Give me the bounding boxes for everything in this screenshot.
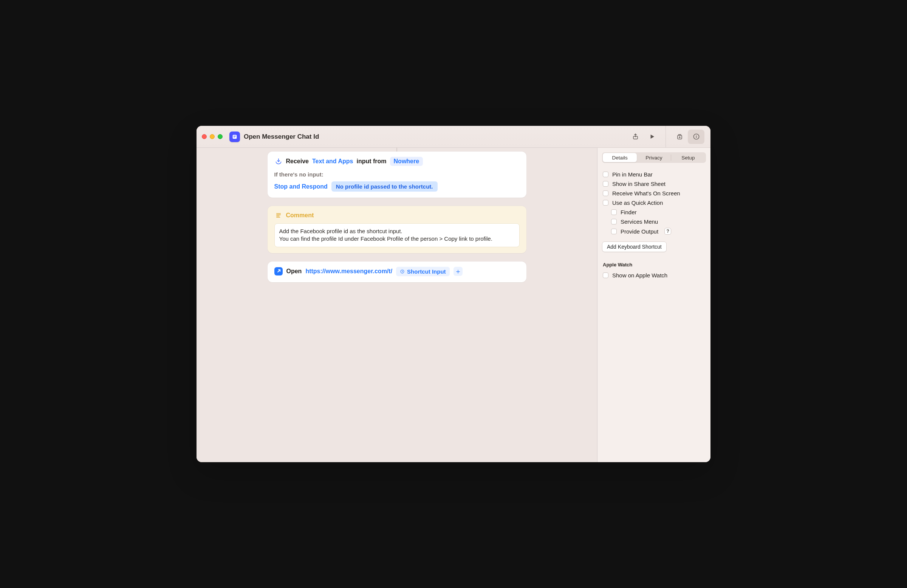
action-open-url[interactable]: Open https://www.messenger.com/t/ Shortc… [268, 261, 526, 282]
check-share-sheet[interactable]: Show in Share Sheet [602, 179, 706, 189]
checkbox[interactable] [611, 219, 617, 224]
check-label: Provide Output [620, 228, 658, 235]
receive-source-token[interactable]: Nowhere [390, 157, 423, 166]
share-button[interactable] [627, 130, 644, 144]
open-url-icon [274, 267, 283, 276]
comment-text[interactable]: Add the Facebook profile id as the short… [274, 223, 520, 247]
open-url-variable-label: Shortcut Input [407, 268, 445, 275]
comment-title: Comment [286, 212, 314, 219]
receive-verb: Receive [286, 158, 309, 165]
checkbox[interactable] [603, 191, 609, 196]
action-receive-input[interactable]: Receive Text and Apps input from Nowhere… [268, 152, 526, 198]
inspector-button[interactable] [688, 130, 704, 144]
check-services-menu[interactable]: Services Menu [602, 217, 706, 226]
editor-body: Receive Text and Apps input from Nowhere… [197, 148, 710, 462]
close-window-button[interactable] [202, 134, 207, 139]
check-finder[interactable]: Finder [602, 207, 706, 217]
svg-rect-2 [234, 137, 236, 137]
check-label: Pin in Menu Bar [612, 171, 653, 178]
window-title: Open Messenger Chat Id [244, 133, 319, 141]
check-label: Receive What's On Screen [612, 190, 680, 197]
toolbar-right [627, 126, 710, 147]
check-receive-screen[interactable]: Receive What's On Screen [602, 189, 706, 198]
check-label: Show in Share Sheet [612, 181, 665, 187]
no-input-heading: If there's no input: [274, 171, 520, 178]
toolbar: Open Messenger Chat Id [197, 126, 710, 148]
check-show-apple-watch[interactable]: Show on Apple Watch [602, 271, 706, 280]
library-button[interactable] [671, 130, 688, 144]
checkbox[interactable] [603, 272, 609, 278]
action-canvas[interactable]: Receive Text and Apps input from Nowhere… [197, 148, 597, 462]
check-label: Use as Quick Action [612, 200, 663, 206]
comment-icon [274, 211, 283, 219]
magic-variable-icon [400, 269, 405, 274]
shortcuts-editor-window: Open Messenger Chat Id [197, 126, 710, 462]
window-controls [202, 134, 223, 139]
svg-point-6 [696, 135, 697, 136]
shortcut-app-icon [229, 131, 240, 142]
tab-privacy[interactable]: Privacy [637, 153, 671, 162]
open-url-add-variable[interactable]: ＋ [454, 267, 463, 276]
apple-watch-section-title: Apple Watch [603, 262, 706, 268]
receive-types-token[interactable]: Text and Apps [312, 158, 353, 165]
check-pin-menu-bar[interactable]: Pin in Menu Bar [602, 170, 706, 179]
toolbar-divider [665, 126, 666, 148]
help-icon[interactable]: ? [664, 228, 671, 235]
zoom-window-button[interactable] [218, 134, 223, 139]
checkbox[interactable] [603, 181, 609, 187]
no-input-message-token[interactable]: No profile id passed to the shortcut. [332, 181, 437, 192]
action-comment[interactable]: Comment Add the Facebook profile id as t… [268, 206, 526, 253]
receive-icon [274, 157, 283, 165]
checkbox[interactable] [611, 209, 617, 215]
check-provide-output[interactable]: Provide Output ? [602, 226, 706, 236]
inspector-tab-bar: Details Privacy Setup [602, 152, 706, 163]
open-verb: Open [287, 268, 302, 275]
no-input-action-token[interactable]: Stop and Respond [274, 183, 328, 190]
check-label: Services Menu [620, 218, 658, 225]
check-label: Show on Apple Watch [612, 272, 667, 279]
checkbox[interactable] [611, 229, 617, 234]
check-label: Finder [620, 209, 637, 215]
run-button[interactable] [644, 130, 660, 144]
open-url-token[interactable]: https://www.messenger.com/t/ [305, 268, 392, 275]
open-url-variable[interactable]: Shortcut Input [396, 267, 449, 276]
minimize-window-button[interactable] [210, 134, 215, 139]
check-quick-action[interactable]: Use as Quick Action [602, 198, 706, 207]
tab-setup[interactable]: Setup [671, 153, 705, 162]
inspector-sidebar: Details Privacy Setup Pin in Menu Bar Sh… [597, 148, 710, 462]
checkbox[interactable] [603, 200, 609, 205]
checkbox[interactable] [603, 171, 609, 177]
add-keyboard-shortcut-button[interactable]: Add Keyboard Shortcut [602, 242, 667, 252]
svg-rect-1 [234, 136, 236, 136]
tab-details[interactable]: Details [603, 153, 637, 162]
receive-mid-text: input from [356, 158, 386, 165]
